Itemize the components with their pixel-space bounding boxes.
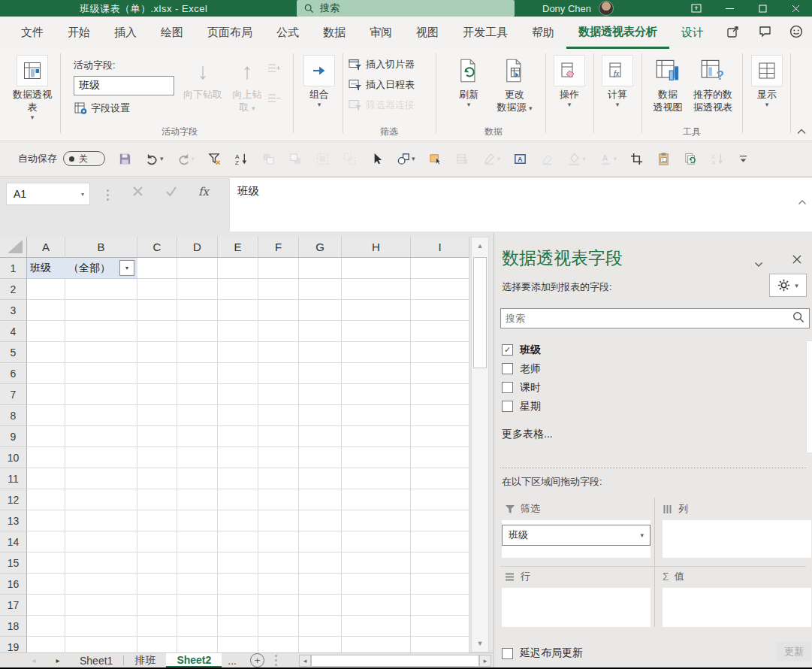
more-tables-link[interactable]: 更多表格... — [502, 425, 553, 443]
field-item-老师[interactable]: 老师 — [502, 359, 541, 378]
filter-dropdown-button[interactable]: ▾ — [119, 260, 134, 276]
field-item-班级[interactable]: ✓班级 — [502, 341, 541, 359]
columns-area[interactable] — [663, 520, 811, 558]
ribbon-tab[interactable]: 文件 — [9, 17, 56, 49]
share-icon[interactable] — [727, 26, 741, 41]
defer-layout-update[interactable]: 延迟布局更新 — [502, 646, 583, 660]
values-area[interactable] — [663, 588, 811, 627]
row-header-12[interactable]: 12 — [0, 489, 27, 510]
select-cursor-icon[interactable] — [370, 152, 384, 166]
column-header-C[interactable]: C — [137, 237, 177, 258]
column-header-A[interactable]: A — [27, 237, 65, 258]
avatar[interactable] — [599, 1, 614, 16]
filter-field-chip[interactable]: 班级 ▾ — [502, 525, 651, 546]
expand-field-icon[interactable] — [267, 62, 281, 77]
horizontal-scrollbar[interactable]: ◂ ▸ — [299, 655, 491, 667]
sheet-tab-Sheet1[interactable]: Sheet1 — [69, 653, 123, 667]
ribbon-tab[interactable]: 数据透视表分析 — [566, 17, 669, 49]
field-item-星期[interactable]: 星期 — [502, 397, 541, 416]
row-header-4[interactable]: 4 — [0, 321, 27, 342]
insert-slicer-button[interactable]: 插入切片器 — [349, 56, 415, 73]
cell-a1[interactable]: 班级 — [27, 258, 65, 279]
scrollbar-track[interactable] — [311, 655, 479, 667]
ribbon-tab[interactable]: 设计 — [669, 17, 716, 49]
ribbon-tab[interactable]: 插入 — [102, 17, 149, 49]
scroll-left-icon[interactable]: ◂ — [299, 655, 311, 667]
select-all-corner[interactable] — [0, 237, 27, 258]
send-backward-icon[interactable] — [288, 152, 303, 166]
pivotchart-button[interactable]: 数据 透视图 — [647, 53, 688, 114]
draw-pen-icon[interactable]: ▾ — [482, 152, 501, 166]
insert-timeline-button[interactable]: 插入日程表 — [349, 77, 415, 93]
ribbon-tab[interactable]: 开始 — [56, 17, 102, 49]
collapse-ribbon-icon[interactable] — [796, 124, 807, 138]
sort-ascending-icon[interactable]: AZ — [234, 152, 249, 166]
minimize-button[interactable] — [713, 0, 746, 17]
group-button[interactable]: 组合 ▾ — [299, 53, 340, 108]
collapse-field-icon[interactable] — [267, 92, 281, 107]
tab-scroll-left-icon[interactable]: ◂ — [21, 653, 47, 667]
ribbon-tab[interactable]: 审阅 — [358, 17, 404, 49]
autosave-toggle[interactable]: 自动保存 关 — [18, 151, 105, 166]
ribbon-tab[interactable]: 绘图 — [149, 17, 195, 49]
row-header-19[interactable]: 19 — [0, 637, 27, 652]
ribbon-display-options-icon[interactable] — [680, 0, 713, 17]
column-header-H[interactable]: H — [342, 237, 411, 258]
row-header-5[interactable]: 5 — [0, 342, 27, 363]
enter-icon[interactable] — [165, 186, 177, 200]
ribbon-tab[interactable]: 公式 — [264, 17, 311, 49]
active-field-input[interactable]: 班级 — [74, 76, 174, 95]
scroll-down-icon[interactable]: ▼ — [472, 635, 488, 652]
crop-icon[interactable] — [629, 152, 644, 166]
comments-icon[interactable] — [759, 26, 771, 41]
change-data-source-button[interactable]: 更改 数据源 ▾ — [491, 53, 538, 114]
drill-up-button[interactable]: ↑ 向上钻 取 ▾ — [227, 53, 267, 114]
tab-overflow[interactable]: ... — [222, 653, 243, 667]
column-header-D[interactable]: D — [177, 237, 218, 258]
calculations-button[interactable]: fx 计算 ▾ — [599, 53, 635, 108]
formula-bar-collapse-icon[interactable] — [798, 195, 807, 208]
vertical-scrollbar[interactable]: ▲ ▼ — [471, 237, 489, 652]
field-checkbox[interactable] — [502, 401, 513, 412]
delete-rows-icon[interactable] — [455, 152, 469, 166]
bring-forward-icon[interactable] — [261, 152, 276, 166]
ungroup-objects-icon[interactable] — [343, 152, 357, 166]
row-header-18[interactable]: 18 — [0, 616, 27, 637]
ribbon-tab[interactable]: 页面布局 — [195, 17, 264, 49]
insert-function-icon[interactable]: fx — [198, 185, 209, 198]
more-commands-icon[interactable] — [738, 153, 749, 165]
name-box[interactable]: A1 ▾ — [6, 183, 90, 205]
sheet-tab-排班[interactable]: 排班 — [124, 653, 166, 667]
row-header-13[interactable]: 13 — [0, 510, 27, 531]
ribbon-tab[interactable]: 数据 — [311, 17, 358, 49]
row-header-7[interactable]: 7 — [0, 384, 27, 405]
ribbon-tab[interactable]: 开发工具 — [451, 17, 520, 49]
account-area[interactable]: Dony Chen — [542, 0, 614, 17]
select-objects-icon[interactable] — [428, 152, 442, 166]
pivottable-button[interactable]: 数据透视表 ▾ — [9, 53, 56, 121]
column-header-I[interactable]: I — [411, 237, 469, 258]
row-header-15[interactable]: 15 — [0, 552, 27, 574]
row-header-11[interactable]: 11 — [0, 468, 27, 489]
tab-scroll-right-icon[interactable]: ▸ — [47, 653, 69, 667]
pane-close-icon[interactable] — [792, 254, 802, 268]
cancel-icon[interactable] — [132, 186, 143, 200]
eraser-icon[interactable] — [540, 152, 554, 166]
copy-refresh-icon[interactable] — [684, 152, 698, 166]
column-header-G[interactable]: G — [299, 237, 342, 258]
sheet-tab-Sheet2[interactable]: Sheet2 — [166, 653, 222, 667]
fill-color-icon[interactable]: ▾ — [567, 152, 586, 166]
row-header-3[interactable]: 3 — [0, 300, 27, 321]
redo-icon[interactable]: ▾ — [177, 152, 195, 166]
paste-picture-icon[interactable] — [657, 152, 671, 166]
row-header-6[interactable]: 6 — [0, 363, 27, 384]
defer-checkbox[interactable] — [502, 648, 513, 659]
row-header-10[interactable]: 10 — [0, 447, 27, 468]
scroll-up-icon[interactable]: ▲ — [472, 238, 488, 254]
row-header-1[interactable]: 1 — [0, 258, 27, 279]
fields-search-box[interactable] — [500, 308, 810, 328]
undo-icon[interactable]: ▾ — [145, 152, 164, 166]
drill-down-button[interactable]: ↓ 向下钻取 — [180, 53, 225, 101]
ribbon-tab[interactable]: 视图 — [404, 17, 451, 49]
column-header-F[interactable]: F — [258, 237, 299, 258]
